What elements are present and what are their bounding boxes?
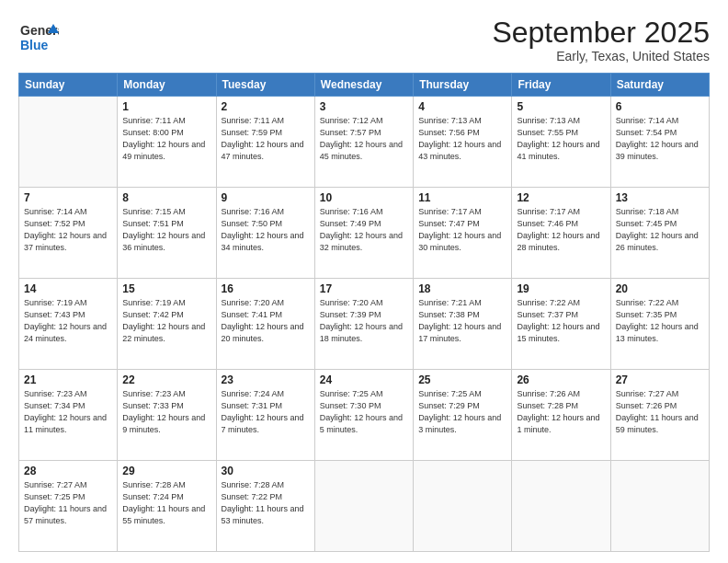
day-cell: 18Sunrise: 7:21 AM Sunset: 7:38 PM Dayli… (414, 279, 512, 370)
weekday-header-friday: Friday (512, 74, 610, 97)
day-info: Sunrise: 7:23 AM Sunset: 7:33 PM Dayligh… (122, 388, 210, 436)
day-cell: 26Sunrise: 7:26 AM Sunset: 7:28 PM Dayli… (512, 370, 610, 461)
day-number: 10 (320, 191, 408, 204)
day-cell: 25Sunrise: 7:25 AM Sunset: 7:29 PM Dayli… (414, 370, 512, 461)
day-info: Sunrise: 7:25 AM Sunset: 7:30 PM Dayligh… (320, 388, 408, 436)
day-cell: 19Sunrise: 7:22 AM Sunset: 7:37 PM Dayli… (512, 279, 610, 370)
day-info: Sunrise: 7:27 AM Sunset: 7:25 PM Dayligh… (24, 479, 112, 527)
day-info: Sunrise: 7:28 AM Sunset: 7:22 PM Dayligh… (222, 479, 310, 527)
day-info: Sunrise: 7:21 AM Sunset: 7:38 PM Dayligh… (418, 297, 506, 345)
header: General Blue September 2025 Early, Texas… (18, 17, 710, 63)
day-info: Sunrise: 7:20 AM Sunset: 7:41 PM Dayligh… (222, 297, 310, 345)
logo-icon: General Blue (18, 17, 59, 57)
title-block: September 2025 Early, Texas, United Stat… (492, 17, 710, 63)
day-cell: 17Sunrise: 7:20 AM Sunset: 7:39 PM Dayli… (314, 279, 413, 370)
day-number: 19 (517, 282, 605, 295)
day-info: Sunrise: 7:13 AM Sunset: 7:55 PM Dayligh… (517, 115, 605, 163)
day-cell: 20Sunrise: 7:22 AM Sunset: 7:35 PM Dayli… (610, 279, 709, 370)
day-info: Sunrise: 7:19 AM Sunset: 7:42 PM Dayligh… (122, 297, 210, 345)
page: General Blue September 2025 Early, Texas… (0, 0, 728, 563)
day-info: Sunrise: 7:25 AM Sunset: 7:29 PM Dayligh… (418, 388, 506, 436)
day-cell (19, 97, 118, 188)
day-cell: 15Sunrise: 7:19 AM Sunset: 7:42 PM Dayli… (118, 279, 216, 370)
day-info: Sunrise: 7:26 AM Sunset: 7:28 PM Dayligh… (517, 388, 605, 436)
day-cell: 6Sunrise: 7:14 AM Sunset: 7:54 PM Daylig… (610, 97, 709, 188)
day-info: Sunrise: 7:14 AM Sunset: 7:54 PM Dayligh… (616, 115, 704, 163)
weekday-header-wednesday: Wednesday (314, 74, 413, 97)
day-cell: 22Sunrise: 7:23 AM Sunset: 7:33 PM Dayli… (118, 370, 216, 461)
day-cell: 11Sunrise: 7:17 AM Sunset: 7:47 PM Dayli… (414, 188, 512, 279)
day-cell: 14Sunrise: 7:19 AM Sunset: 7:43 PM Dayli… (19, 279, 118, 370)
weekday-header-saturday: Saturday (610, 74, 709, 97)
day-cell: 21Sunrise: 7:23 AM Sunset: 7:34 PM Dayli… (19, 370, 118, 461)
day-cell: 9Sunrise: 7:16 AM Sunset: 7:50 PM Daylig… (216, 188, 314, 279)
day-info: Sunrise: 7:14 AM Sunset: 7:52 PM Dayligh… (24, 206, 112, 254)
day-number: 29 (122, 465, 210, 477)
day-number: 5 (517, 100, 605, 113)
day-number: 27 (616, 373, 704, 386)
day-number: 26 (517, 373, 605, 386)
day-number: 18 (418, 282, 506, 295)
day-info: Sunrise: 7:28 AM Sunset: 7:24 PM Dayligh… (122, 479, 210, 527)
day-info: Sunrise: 7:16 AM Sunset: 7:50 PM Dayligh… (222, 206, 310, 254)
day-number: 6 (616, 100, 704, 113)
day-info: Sunrise: 7:16 AM Sunset: 7:49 PM Dayligh… (320, 206, 408, 254)
week-row-1: 1Sunrise: 7:11 AM Sunset: 8:00 PM Daylig… (19, 97, 710, 188)
day-number: 30 (222, 465, 310, 477)
day-info: Sunrise: 7:13 AM Sunset: 7:56 PM Dayligh… (418, 115, 506, 163)
day-cell: 7Sunrise: 7:14 AM Sunset: 7:52 PM Daylig… (19, 188, 118, 279)
day-cell: 10Sunrise: 7:16 AM Sunset: 7:49 PM Dayli… (314, 188, 413, 279)
day-number: 25 (418, 373, 506, 386)
day-info: Sunrise: 7:17 AM Sunset: 7:47 PM Dayligh… (418, 206, 506, 254)
day-number: 9 (222, 191, 310, 204)
day-cell: 5Sunrise: 7:13 AM Sunset: 7:55 PM Daylig… (512, 97, 610, 188)
day-info: Sunrise: 7:12 AM Sunset: 7:57 PM Dayligh… (320, 115, 408, 163)
day-number: 8 (122, 191, 210, 204)
week-row-3: 14Sunrise: 7:19 AM Sunset: 7:43 PM Dayli… (19, 279, 710, 370)
day-number: 28 (24, 465, 112, 477)
svg-text:Blue: Blue (20, 38, 49, 52)
day-number: 24 (320, 373, 408, 386)
day-info: Sunrise: 7:22 AM Sunset: 7:37 PM Dayligh… (517, 297, 605, 345)
day-cell: 3Sunrise: 7:12 AM Sunset: 7:57 PM Daylig… (314, 97, 413, 188)
logo: General Blue (18, 17, 59, 61)
day-number: 17 (320, 282, 408, 295)
day-number: 21 (24, 373, 112, 386)
day-info: Sunrise: 7:11 AM Sunset: 7:59 PM Dayligh… (222, 115, 310, 163)
day-cell: 13Sunrise: 7:18 AM Sunset: 7:45 PM Dayli… (610, 188, 709, 279)
day-cell (414, 461, 512, 552)
location-subtitle: Early, Texas, United States (492, 49, 710, 63)
day-info: Sunrise: 7:22 AM Sunset: 7:35 PM Dayligh… (616, 297, 704, 345)
day-info: Sunrise: 7:23 AM Sunset: 7:34 PM Dayligh… (24, 388, 112, 436)
day-cell: 30Sunrise: 7:28 AM Sunset: 7:22 PM Dayli… (216, 461, 314, 552)
day-cell (610, 461, 709, 552)
day-number: 11 (418, 191, 506, 204)
day-info: Sunrise: 7:24 AM Sunset: 7:31 PM Dayligh… (222, 388, 310, 436)
day-cell: 16Sunrise: 7:20 AM Sunset: 7:41 PM Dayli… (216, 279, 314, 370)
day-cell: 8Sunrise: 7:15 AM Sunset: 7:51 PM Daylig… (118, 188, 216, 279)
day-number: 2 (222, 100, 310, 113)
day-info: Sunrise: 7:27 AM Sunset: 7:26 PM Dayligh… (616, 388, 704, 436)
day-cell: 27Sunrise: 7:27 AM Sunset: 7:26 PM Dayli… (610, 370, 709, 461)
day-cell (512, 461, 610, 552)
day-number: 16 (222, 282, 310, 295)
weekday-header-tuesday: Tuesday (216, 74, 314, 97)
day-number: 22 (122, 373, 210, 386)
day-info: Sunrise: 7:11 AM Sunset: 8:00 PM Dayligh… (122, 115, 210, 163)
day-cell: 4Sunrise: 7:13 AM Sunset: 7:56 PM Daylig… (414, 97, 512, 188)
day-cell: 23Sunrise: 7:24 AM Sunset: 7:31 PM Dayli… (216, 370, 314, 461)
weekday-header-row: SundayMondayTuesdayWednesdayThursdayFrid… (19, 74, 710, 97)
day-cell: 29Sunrise: 7:28 AM Sunset: 7:24 PM Dayli… (118, 461, 216, 552)
day-info: Sunrise: 7:18 AM Sunset: 7:45 PM Dayligh… (616, 206, 704, 254)
day-number: 20 (616, 282, 704, 295)
week-row-5: 28Sunrise: 7:27 AM Sunset: 7:25 PM Dayli… (19, 461, 710, 552)
day-number: 14 (24, 282, 112, 295)
day-number: 4 (418, 100, 506, 113)
weekday-header-thursday: Thursday (414, 74, 512, 97)
week-row-2: 7Sunrise: 7:14 AM Sunset: 7:52 PM Daylig… (19, 188, 710, 279)
day-number: 1 (122, 100, 210, 113)
day-number: 7 (24, 191, 112, 204)
day-cell: 28Sunrise: 7:27 AM Sunset: 7:25 PM Dayli… (19, 461, 118, 552)
day-number: 12 (517, 191, 605, 204)
day-number: 3 (320, 100, 408, 113)
